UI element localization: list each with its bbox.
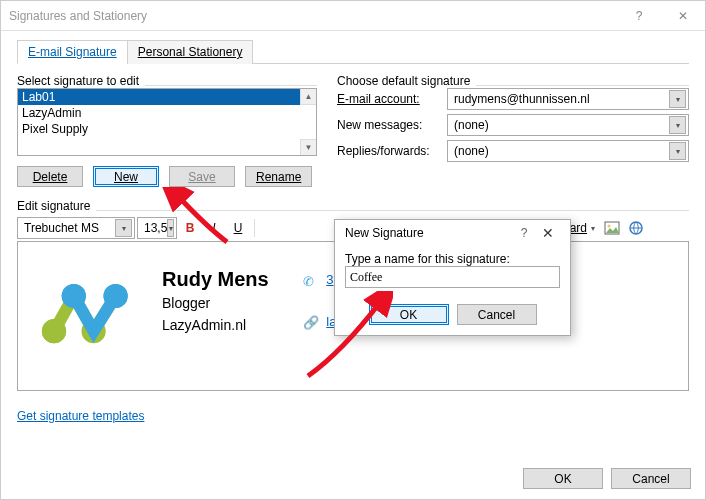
phone-icon: ✆ — [303, 274, 317, 288]
modal-titlebar: New Signature ? ✕ — [335, 220, 570, 246]
underline-button[interactable]: U — [227, 217, 249, 239]
titlebar: Signatures and Stationery ? ✕ — [1, 1, 705, 31]
modal-help-button[interactable]: ? — [514, 226, 534, 240]
default-signature-header: Choose default signature — [337, 74, 470, 88]
email-account-label: E-mail account: — [337, 92, 447, 106]
chevron-down-icon[interactable]: ▾ — [669, 90, 686, 108]
chevron-down-icon[interactable]: ▾ — [669, 116, 686, 134]
default-signature-section: Choose default signature E-mail account:… — [337, 74, 689, 187]
font-family-select[interactable]: Trebuchet MS ▾ — [17, 217, 135, 239]
hyperlink-button[interactable] — [625, 217, 647, 239]
divider — [145, 85, 317, 86]
signature-item[interactable]: LazyAdmin — [18, 105, 316, 121]
scroll-up-icon[interactable]: ▲ — [300, 89, 316, 105]
signature-role: Blogger — [162, 295, 269, 311]
modal-title: New Signature — [345, 226, 514, 240]
signature-name-input[interactable] — [345, 266, 560, 288]
window-title: Signatures and Stationery — [9, 9, 617, 23]
new-signature-dialog: New Signature ? ✕ Type a name for this s… — [334, 219, 571, 336]
chevron-down-icon[interactable]: ▾ — [167, 219, 174, 237]
email-account-select[interactable]: rudymens@thunnissen.nl ▾ — [447, 88, 689, 110]
svg-point-1 — [608, 225, 611, 228]
signature-text-block: Rudy Mens Blogger LazyAdmin.nl — [162, 250, 269, 333]
get-templates-link[interactable]: Get signature templates — [17, 409, 144, 423]
chevron-down-icon[interactable]: ▾ — [669, 142, 686, 160]
signature-item[interactable]: Lab01 — [18, 89, 316, 105]
link-icon: 🔗 — [303, 315, 317, 329]
dialog-buttons: OK Cancel — [523, 468, 691, 489]
scroll-down-icon[interactable]: ▼ — [300, 139, 316, 155]
signature-listbox[interactable]: Lab01 LazyAdmin Pixel Supply ▲ ▼ — [17, 88, 317, 156]
new-messages-select[interactable]: (none) ▾ — [447, 114, 689, 136]
modal-label: Type a name for this signature: — [345, 252, 560, 266]
new-messages-label: New messages: — [337, 118, 447, 132]
replies-forwards-label: Replies/forwards: — [337, 144, 447, 158]
modal-cancel-button[interactable]: Cancel — [457, 304, 537, 325]
tab-email-signature[interactable]: E-mail Signature — [17, 40, 128, 64]
svg-point-8 — [104, 284, 128, 308]
chevron-down-icon: ▾ — [591, 224, 595, 233]
bold-button[interactable]: B — [179, 217, 201, 239]
new-button[interactable]: New — [93, 166, 159, 187]
font-size-select[interactable]: 13,5 ▾ — [137, 217, 177, 239]
signature-item[interactable]: Pixel Supply — [18, 121, 316, 137]
signature-name: Rudy Mens — [162, 268, 269, 291]
chevron-down-icon[interactable]: ▾ — [115, 219, 132, 237]
image-icon — [604, 221, 620, 235]
signatures-dialog: { "window": { "title": "Signatures and S… — [0, 0, 706, 500]
divider — [476, 85, 689, 86]
select-signature-section: Select signature to edit Lab01 LazyAdmin… — [17, 74, 317, 187]
italic-button[interactable]: I — [203, 217, 225, 239]
save-button[interactable]: Save — [169, 166, 235, 187]
modal-close-button[interactable]: ✕ — [534, 225, 562, 241]
separator — [254, 219, 255, 237]
rename-button[interactable]: Rename — [245, 166, 312, 187]
logo-icon — [32, 252, 142, 362]
replies-forwards-select[interactable]: (none) ▾ — [447, 140, 689, 162]
image-button[interactable] — [601, 217, 623, 239]
edit-signature-label: Edit signature — [17, 199, 90, 213]
help-button[interactable]: ? — [617, 1, 661, 31]
dialog-ok-button[interactable]: OK — [523, 468, 603, 489]
delete-button[interactable]: Delete — [17, 166, 83, 187]
svg-point-9 — [42, 319, 66, 343]
link-icon — [628, 220, 644, 236]
divider — [96, 210, 689, 211]
tab-strip: E-mail Signature Personal Stationery — [17, 39, 689, 64]
select-signature-label: Select signature to edit — [17, 74, 139, 88]
tab-personal-stationery[interactable]: Personal Stationery — [127, 40, 254, 64]
signature-site: LazyAdmin.nl — [162, 317, 269, 333]
modal-ok-button[interactable]: OK — [369, 304, 449, 325]
svg-point-7 — [62, 284, 86, 308]
signature-phone-link[interactable]: 3 — [326, 272, 333, 287]
dialog-cancel-button[interactable]: Cancel — [611, 468, 691, 489]
close-button[interactable]: ✕ — [661, 1, 705, 31]
